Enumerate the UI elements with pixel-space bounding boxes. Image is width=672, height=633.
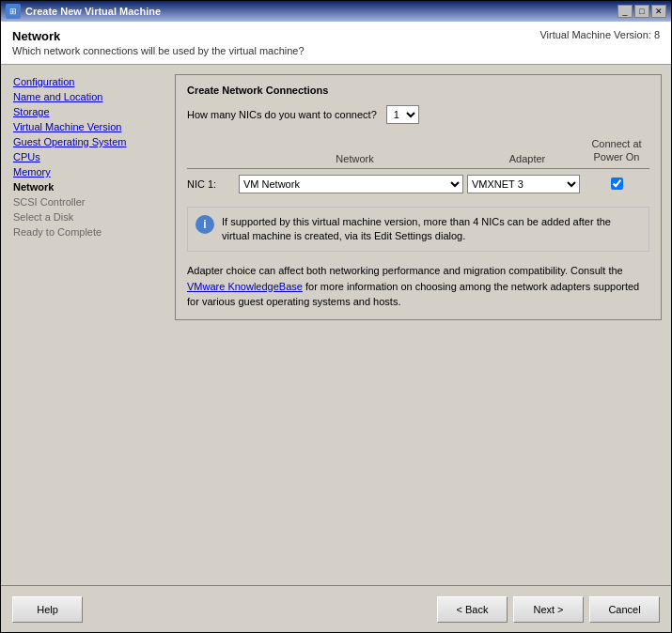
adapter-note: Adapter choice can affect both networkin… <box>187 263 649 310</box>
nic-count-row: How many NICs do you want to connect? 1 … <box>187 105 649 124</box>
network-table: Network Adapter Connect at Power On NIC … <box>187 137 649 193</box>
sidebar-item-ready: Ready to Complete <box>6 224 161 239</box>
sidebar-item-guest-os[interactable]: Guest Operating System <box>6 134 161 149</box>
title-bar-buttons: _ □ ✕ <box>617 5 666 18</box>
page-subtitle: Which network connections will be used b… <box>12 45 660 56</box>
cancel-button[interactable]: Cancel <box>589 596 660 623</box>
maximize-button[interactable]: □ <box>634 5 649 18</box>
connect-at-power-on-checkbox[interactable] <box>611 178 623 190</box>
sidebar-item-configuration[interactable]: Configuration <box>6 74 161 89</box>
sidebar: Configuration Name and Location Storage … <box>1 65 165 585</box>
vmware-kb-link[interactable]: VMware KnowledgeBase <box>187 281 303 292</box>
info-icon: i <box>195 215 214 234</box>
sidebar-item-select-disk: Select a Disk <box>6 209 161 224</box>
next-button[interactable]: Next > <box>513 596 584 623</box>
nic-1-label: NIC 1: <box>187 178 239 190</box>
adapter-select[interactable]: VMXNET 3 <box>467 175 580 193</box>
sidebar-item-storage[interactable]: Storage <box>6 104 161 119</box>
sidebar-item-vm-version[interactable]: Virtual Machine Version <box>6 119 161 134</box>
main-window: ⊞ Create New Virtual Machine _ □ ✕ Netwo… <box>0 0 672 633</box>
nic-count-select[interactable]: 1 2 3 4 <box>386 105 419 124</box>
sidebar-item-memory[interactable]: Memory <box>6 164 161 179</box>
close-button[interactable]: ✕ <box>651 5 666 18</box>
help-button[interactable]: Help <box>12 596 83 623</box>
table-row: NIC 1: VM Network VMXNET 3 <box>187 175 649 193</box>
footer-right: < Back Next > Cancel <box>437 596 660 623</box>
vm-icon: ⊞ <box>6 4 21 19</box>
window-title: Create New Virtual Machine <box>25 6 161 17</box>
col-adapter-header: Adapter <box>471 153 584 164</box>
content-area: Create Network Connections How many NICs… <box>165 65 671 585</box>
header-section: Network Virtual Machine Version: 8 Which… <box>1 22 671 65</box>
table-header: Network Adapter Connect at Power On <box>187 137 649 169</box>
adapter-note-before: Adapter choice can affect both networkin… <box>187 265 623 276</box>
col-connect-header: Connect at Power On <box>584 137 649 164</box>
info-box: i If supported by this virtual machine v… <box>187 207 649 253</box>
nic-count-label: How many NICs do you want to connect? <box>187 109 377 120</box>
vm-version: Virtual Machine Version: 8 <box>539 29 660 45</box>
main-content: Configuration Name and Location Storage … <box>1 65 671 585</box>
header-top: Network Virtual Machine Version: 8 <box>12 29 660 45</box>
sidebar-item-scsi: SCSI Controller <box>6 194 161 209</box>
page-title: Network <box>12 29 60 43</box>
footer: Help < Back Next > Cancel <box>1 585 671 632</box>
network-select[interactable]: VM Network <box>239 175 463 193</box>
minimize-button[interactable]: _ <box>617 5 633 18</box>
sidebar-item-cpus[interactable]: CPUs <box>6 149 161 164</box>
connect-checkbox-wrapper <box>584 178 649 190</box>
info-text: If supported by this virtual machine ver… <box>222 215 641 244</box>
title-bar: ⊞ Create New Virtual Machine _ □ ✕ <box>1 1 671 22</box>
back-button[interactable]: < Back <box>437 596 508 623</box>
network-panel: Create Network Connections How many NICs… <box>175 74 662 320</box>
sidebar-item-name-location[interactable]: Name and Location <box>6 89 161 104</box>
panel-title: Create Network Connections <box>187 85 649 96</box>
col-network-header: Network <box>239 153 471 164</box>
sidebar-item-network: Network <box>6 179 161 194</box>
title-bar-left: ⊞ Create New Virtual Machine <box>6 4 161 19</box>
